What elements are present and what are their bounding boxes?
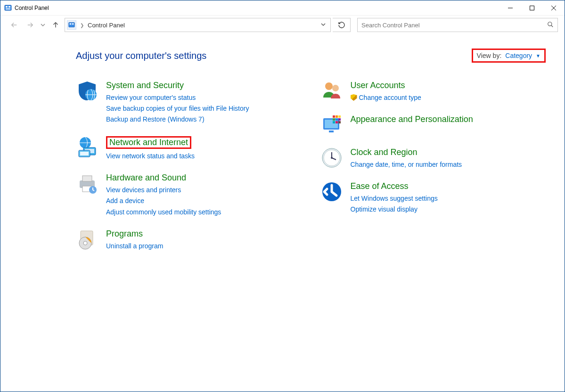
category-clock-region: Clock and RegionChange date, time, or nu… [320,147,546,170]
titlebar: Control Panel [0,0,565,16]
back-button[interactable] [7,18,21,32]
minimize-button[interactable] [499,0,521,16]
shield-globe-icon [76,80,98,102]
content-area: Adjust your computer's settings View by:… [0,34,565,262]
link-clock-region-0[interactable]: Change date, time, or number formats [351,159,462,170]
svg-rect-9 [70,24,72,25]
chevron-right-icon[interactable]: ❯ [78,23,86,28]
link-hardware-sound-0[interactable]: View devices and printers [106,185,221,196]
category-title-system-security[interactable]: System and Security [106,81,184,90]
ease-icon [320,180,343,203]
link-programs-0[interactable]: Uninstall a program [106,241,163,252]
svg-rect-2 [8,6,10,8]
category-title-clock-region[interactable]: Clock and Region [351,147,418,157]
up-button[interactable] [49,18,63,32]
category-body: ProgramsUninstall a program [106,228,163,252]
svg-rect-0 [5,5,11,10]
address-bar[interactable]: ❯ Control Panel [65,18,331,32]
category-hardware-sound: Hardware and SoundView devices and print… [76,172,302,217]
search-icon [547,21,554,29]
category-body: Appearance and Personalization [351,114,473,136]
close-button[interactable] [543,0,565,16]
category-body: Ease of AccessLet Windows suggest settin… [351,180,438,215]
category-user-accounts: User AccountsChange account type [320,80,546,103]
link-hardware-sound-2[interactable]: Adjust commonly used mobility settings [106,207,221,218]
search-box[interactable] [357,18,558,32]
link-system-security-0[interactable]: Review your computer's status [106,92,249,103]
view-by-value: Category [505,52,532,59]
right-column: User AccountsChange account typeAppearan… [320,80,546,262]
search-input[interactable] [361,22,544,29]
svg-rect-8 [69,23,74,27]
appearance-icon [320,114,343,136]
clock-icon [320,147,343,169]
category-network-internet: Network and InternetView network status … [76,135,302,162]
svg-point-11 [548,22,552,25]
breadcrumb[interactable]: Control Panel [88,22,125,29]
settings-header: Adjust your computer's settings View by:… [76,49,546,63]
address-icon [67,20,76,30]
category-title-ease-of-access[interactable]: Ease of Access [351,181,409,191]
link-ease-of-access-0[interactable]: Let Windows suggest settings [351,193,438,204]
svg-rect-5 [530,6,534,10]
category-title-user-accounts[interactable]: User Accounts [351,81,405,90]
nav-row: ❯ Control Panel [0,16,565,34]
control-panel-icon [4,4,12,12]
category-programs: ProgramsUninstall a program [76,228,302,252]
window-title: Control Panel [15,5,49,11]
category-system-security: System and SecurityReview your computer'… [76,80,302,125]
address-history-dropdown[interactable] [318,22,328,28]
category-title-appearance[interactable]: Appearance and Personalization [351,114,473,124]
category-appearance: Appearance and Personalization [320,114,546,136]
category-ease-of-access: Ease of AccessLet Windows suggest settin… [320,180,546,215]
category-body: System and SecurityReview your computer'… [106,80,249,125]
caret-down-icon: ▼ [536,53,540,58]
svg-rect-1 [6,6,8,8]
category-body: User AccountsChange account type [351,80,421,103]
link-hardware-sound-1[interactable]: Add a device [106,196,221,206]
view-by-label: View by: [477,52,502,59]
svg-rect-10 [72,24,74,25]
network-icon [76,135,98,158]
refresh-button[interactable] [333,18,351,32]
page-title: Adjust your computer's settings [76,50,206,61]
view-by-selector[interactable]: View by: Category ▼ [472,49,546,63]
link-system-security-2[interactable]: Backup and Restore (Windows 7) [106,114,249,125]
window-controls [499,0,565,16]
category-body: Network and InternetView network status … [106,135,195,162]
svg-line-12 [551,25,553,27]
disc-box-icon [76,228,98,251]
printer-icon [76,172,98,195]
svg-rect-3 [6,8,10,9]
recent-dropdown[interactable] [39,18,47,32]
category-title-network-internet[interactable]: Network and Internet [106,136,191,149]
forward-button[interactable] [23,18,37,32]
category-columns: System and SecurityReview your computer'… [76,80,546,262]
category-body: Clock and RegionChange date, time, or nu… [351,147,462,170]
left-column: System and SecurityReview your computer'… [76,80,302,262]
category-body: Hardware and SoundView devices and print… [106,172,221,217]
category-title-programs[interactable]: Programs [106,229,143,239]
link-user-accounts-0[interactable]: Change account type [351,92,421,103]
category-title-hardware-sound[interactable]: Hardware and Sound [106,173,186,183]
maximize-button[interactable] [521,0,543,16]
link-network-internet-0[interactable]: View network status and tasks [106,151,195,162]
users-icon [320,80,343,102]
link-system-security-1[interactable]: Save backup copies of your files with Fi… [106,103,249,114]
link-ease-of-access-1[interactable]: Optimize visual display [351,204,438,215]
